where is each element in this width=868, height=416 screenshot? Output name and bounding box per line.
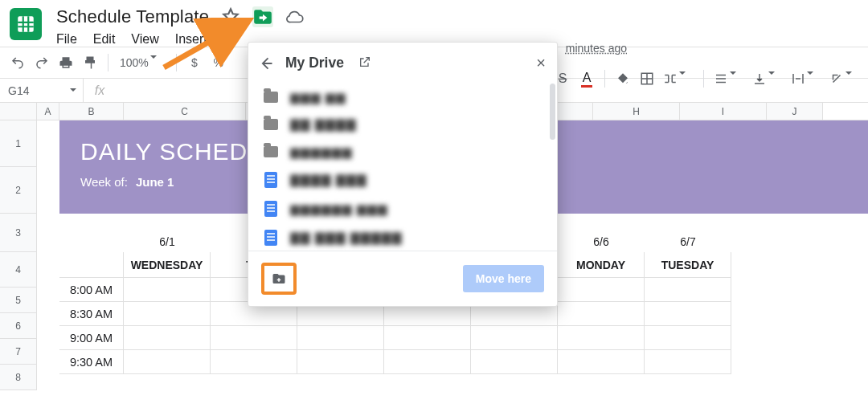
star-icon[interactable] <box>220 6 241 27</box>
name-box[interactable]: G14 <box>0 79 84 103</box>
time-cell[interactable]: 9:00 AM <box>59 326 124 350</box>
cell[interactable] <box>558 278 645 302</box>
menu-format[interactable]: Fo <box>223 32 239 47</box>
cell[interactable]: MONDAY <box>558 252 645 278</box>
col-header[interactable]: J <box>767 103 823 120</box>
cell[interactable] <box>471 350 558 374</box>
borders-button[interactable] <box>636 67 658 90</box>
cell[interactable] <box>558 302 645 326</box>
cell[interactable]: 6/1 <box>124 231 211 252</box>
document-bar: Schedule Template File Edit View Insert … <box>0 0 868 47</box>
separator <box>108 54 108 71</box>
row-header[interactable]: 1 <box>0 120 37 167</box>
cell[interactable]: 6/7 <box>645 231 731 252</box>
cell[interactable] <box>297 326 384 350</box>
sheets-logo[interactable] <box>10 8 42 40</box>
time-cell[interactable]: 9:30 AM <box>59 350 124 374</box>
rotate-button[interactable] <box>826 67 863 90</box>
row-headers: 1 2 3 4 5 6 7 8 <box>0 120 37 390</box>
undo-button[interactable] <box>6 51 29 74</box>
menu-view[interactable]: View <box>131 32 158 47</box>
separator <box>703 70 704 88</box>
close-button[interactable]: × <box>536 54 546 72</box>
last-edit-link[interactable]: minutes ago <box>566 42 627 55</box>
cell[interactable] <box>384 350 471 374</box>
wrap-button[interactable] <box>788 67 825 90</box>
move-icon[interactable] <box>252 6 273 27</box>
row-header[interactable]: 7 <box>0 339 37 365</box>
row-header[interactable]: 3 <box>0 214 37 252</box>
cell[interactable] <box>211 350 297 374</box>
zoom-select[interactable]: 100% <box>115 51 170 74</box>
separator <box>604 70 605 88</box>
menu-edit[interactable]: Edit <box>93 32 116 47</box>
svg-rect-0 <box>18 16 34 32</box>
list-item[interactable]: ▇▇ ▇▇▇▇ <box>248 111 557 138</box>
scrollbar[interactable] <box>550 84 555 140</box>
cell[interactable] <box>124 302 211 326</box>
fill-color-button[interactable] <box>612 67 634 90</box>
cell[interactable] <box>59 252 124 278</box>
col-header[interactable]: A <box>37 103 59 120</box>
cell[interactable] <box>384 326 471 350</box>
cell[interactable] <box>558 326 645 350</box>
col-header[interactable]: C <box>124 103 246 120</box>
row-header[interactable]: 2 <box>0 167 37 214</box>
v-align-button[interactable] <box>749 67 786 90</box>
redo-button[interactable] <box>31 51 53 74</box>
h-align-button[interactable] <box>710 67 747 90</box>
list-item[interactable]: ▇▇▇▇ ▇▇▇ <box>248 165 557 194</box>
paint-format-button[interactable] <box>79 51 101 74</box>
folder-icon <box>263 119 279 130</box>
doc-icon <box>263 230 279 246</box>
cell[interactable] <box>645 302 731 326</box>
cell[interactable] <box>211 326 297 350</box>
print-button[interactable] <box>55 51 77 74</box>
row-header[interactable]: 6 <box>0 313 37 339</box>
cell[interactable] <box>124 350 211 374</box>
cell[interactable] <box>558 350 645 374</box>
weekof-label: Week of: <box>80 175 128 189</box>
cell[interactable]: 6/6 <box>558 231 645 252</box>
folder-icon <box>263 146 279 157</box>
cell[interactable] <box>645 350 731 374</box>
row-header[interactable]: 5 <box>0 288 37 313</box>
time-cell[interactable]: 8:00 AM <box>59 278 124 302</box>
cell[interactable] <box>645 326 731 350</box>
cell[interactable] <box>124 278 211 302</box>
cell[interactable] <box>124 326 211 350</box>
folder-list[interactable]: ▆▆▆ ▆▆ ▇▇ ▇▇▇▇ ▆▆▆▆▆▆ ▇▇▇▇ ▇▇▇ ▆▆▆▆▆▆ ▆▆… <box>248 82 557 251</box>
cell[interactable] <box>471 326 558 350</box>
cloud-status-icon[interactable] <box>285 6 305 27</box>
fx-icon: fx <box>84 84 116 98</box>
row-header[interactable]: 8 <box>0 365 37 390</box>
list-item[interactable]: ▆▆▆▆▆▆ ▆▆▆ <box>248 194 557 223</box>
cell[interactable]: TUESDAY <box>645 252 731 278</box>
move-here-button[interactable]: Move here <box>463 265 544 292</box>
chevron-down-icon <box>150 55 165 70</box>
merge-cells-button[interactable] <box>660 67 697 90</box>
weekof-value: June 1 <box>136 175 174 189</box>
menu-file[interactable]: File <box>56 32 77 47</box>
select-all-corner[interactable] <box>0 103 37 120</box>
time-cell[interactable]: 8:30 AM <box>59 302 124 326</box>
back-button[interactable] <box>258 55 276 71</box>
list-item[interactable]: ▆▆▆ ▆▆ <box>248 84 557 111</box>
menu-insert[interactable]: Insert <box>175 32 207 47</box>
text-color-button[interactable]: A <box>575 67 598 90</box>
percent-button[interactable]: % <box>207 51 230 74</box>
row-header[interactable]: 4 <box>0 252 37 288</box>
cell[interactable]: WEDNESDAY <box>124 252 211 278</box>
cell[interactable] <box>645 278 731 302</box>
col-header[interactable]: H <box>593 103 680 120</box>
col-header[interactable]: B <box>59 103 124 120</box>
list-item[interactable]: ▇▇ ▇▇▇ ▇▇▇▇▇ <box>248 223 557 251</box>
list-item[interactable]: ▆▆▆▆▆▆ <box>248 138 557 165</box>
currency-button[interactable]: $ <box>183 51 206 74</box>
open-in-new-icon[interactable] <box>358 55 371 71</box>
new-folder-button[interactable] <box>261 263 297 295</box>
cell[interactable] <box>297 350 384 374</box>
col-header[interactable]: I <box>680 103 767 120</box>
doc-title[interactable]: Schedule Template <box>56 6 209 27</box>
cell[interactable] <box>59 231 124 252</box>
